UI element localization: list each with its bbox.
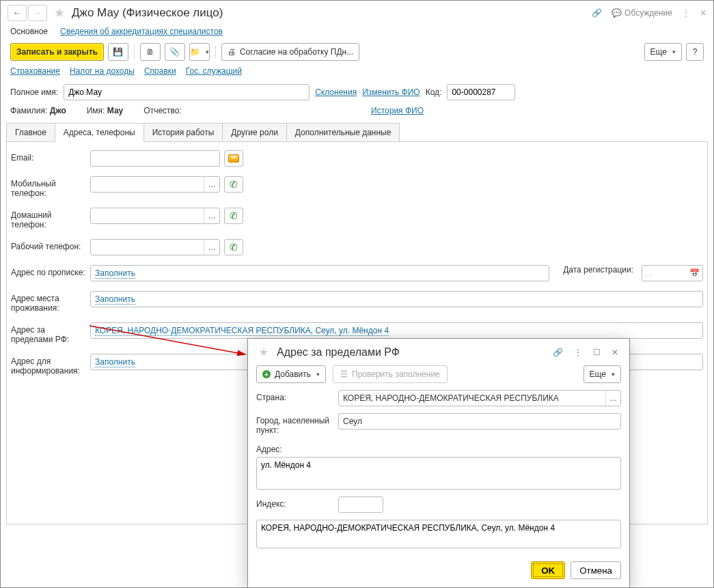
link-insurance[interactable]: Страхование	[10, 66, 60, 76]
patr-block: Отчество:	[143, 106, 182, 115]
declension-link[interactable]: Склонения	[315, 87, 357, 97]
code-input[interactable]	[447, 84, 515, 100]
country-input[interactable]: КОРЕЯ, НАРОДНО-ДЕМОКРАТИЧЕСКАЯ РЕСПУБЛИК…	[338, 390, 621, 406]
save-close-button[interactable]: Записать и закрыть	[10, 43, 104, 61]
mail-icon	[228, 154, 239, 163]
live-addr-input[interactable]: Заполнить	[90, 291, 703, 307]
separator	[215, 45, 216, 59]
home-phone-input[interactable]: ...	[90, 208, 220, 224]
nav-fwd-button[interactable]: →	[28, 5, 47, 21]
email-label: Email:	[11, 150, 86, 163]
change-fio-link[interactable]: Изменить ФИО	[362, 87, 420, 97]
more-button[interactable]: Еще▾	[644, 43, 682, 61]
name-block: Имя: Мау	[87, 106, 124, 115]
cancel-button[interactable]: Отмена	[571, 561, 621, 579]
dialog-star-icon[interactable]: ★	[259, 346, 269, 359]
foreign-address-dialog: ★ Адрес за пределами РФ 🔗 ⋮ ☐ ✕ + Добави…	[247, 338, 630, 588]
home-call-button[interactable]: ✆	[224, 208, 243, 224]
tab-main[interactable]: Главное	[6, 123, 55, 142]
mobile-label: Мобильный телефон:	[11, 176, 86, 198]
check-fill-button[interactable]: ☲ Проверить заполнение	[333, 365, 448, 383]
nav-back-button[interactable]: ←	[8, 5, 27, 21]
city-label: Город, населенный пункт:	[256, 413, 333, 435]
subnav-accreditations[interactable]: Сведения об аккредитациях специалистов	[60, 27, 223, 36]
fio-history-link[interactable]: История ФИО	[371, 106, 424, 115]
folder-button[interactable]: 📁▾	[189, 43, 210, 61]
page-title: Джо Мау (Физическое лицо)	[72, 6, 223, 20]
favorite-star-icon[interactable]: ★	[54, 5, 65, 20]
link-tax[interactable]: Налог на доходы	[70, 66, 135, 76]
tab-extra[interactable]: Дополнительные данные	[286, 123, 400, 142]
work-phone-input[interactable]: ...	[90, 239, 220, 255]
calendar-icon[interactable]: 📅	[689, 268, 700, 278]
dialog-more-button[interactable]: Еще▾	[583, 365, 621, 383]
phone-icon: ✆	[230, 179, 238, 190]
email-send-button[interactable]	[224, 150, 243, 167]
dialog-maximize-icon[interactable]: ☐	[590, 348, 603, 357]
plus-icon: +	[262, 370, 271, 378]
list-icon: ☲	[340, 369, 348, 379]
tab-addresses[interactable]: Адреса, телефоны	[55, 123, 144, 142]
link-certs[interactable]: Справки	[144, 66, 176, 76]
fill-link[interactable]: Заполнить	[95, 294, 135, 305]
live-addr-label: Адрес места проживания:	[11, 291, 86, 313]
link-gov[interactable]: Гос. служащий	[186, 66, 242, 76]
tab-roles[interactable]: Другие роли	[222, 123, 287, 142]
discussion-icon: 💬	[612, 8, 622, 18]
attach-button[interactable]: 📎	[165, 43, 185, 61]
doc-button[interactable]: 🗎	[140, 43, 161, 61]
consent-button[interactable]: 🖨 Согласие на обработку ПДн...	[221, 43, 359, 61]
email-input[interactable]	[90, 150, 220, 167]
index-input[interactable]	[338, 496, 383, 513]
ellipsis-icon[interactable]: ...	[204, 177, 219, 192]
summary-textarea[interactable]	[256, 520, 621, 548]
ellipsis-icon[interactable]: ...	[204, 208, 219, 223]
full-name-input[interactable]	[64, 84, 310, 100]
reg-addr-label: Адрес по прописке:	[11, 265, 86, 277]
ellipsis-icon[interactable]: ...	[605, 391, 620, 406]
help-button[interactable]: ?	[686, 43, 704, 61]
mobile-call-button[interactable]: ✆	[224, 176, 243, 193]
discussion-link[interactable]: 💬 Обсуждение	[612, 8, 672, 18]
kebab-icon[interactable]: ⋮	[682, 8, 690, 18]
work-phone-label: Рабочий телефон:	[11, 239, 86, 251]
save-button[interactable]: 💾	[108, 43, 128, 61]
reg-date-label: Дата регистрации:	[563, 265, 633, 275]
add-button[interactable]: + Добавить ▾	[256, 365, 326, 383]
code-label: Код:	[426, 87, 442, 97]
reg-addr-input[interactable]: Заполнить	[90, 265, 549, 281]
separator	[134, 45, 135, 59]
inform-addr-label: Адрес для информирования:	[11, 354, 86, 376]
foreign-addr-input[interactable]: КОРЕЯ, НАРОДНО-ДЕМОКРАТИЧЕСКАЯ РЕСПУБЛИК…	[90, 322, 703, 339]
close-icon[interactable]: ✕	[700, 8, 706, 18]
country-label: Страна:	[256, 390, 333, 402]
print-icon: 🖨	[228, 47, 236, 57]
work-call-button[interactable]: ✆	[224, 239, 243, 255]
mobile-input[interactable]: ...	[90, 176, 220, 193]
ellipsis-icon[interactable]: ...	[204, 240, 219, 255]
home-phone-label: Домашний телефон:	[11, 208, 86, 229]
fill-link[interactable]: Заполнить	[95, 357, 135, 367]
ok-button[interactable]: OK	[531, 561, 565, 579]
dialog-title: Адрес за пределами РФ	[277, 346, 545, 359]
surname-block: Фамилия: Джо	[10, 106, 66, 115]
reg-date-input[interactable]: . .📅	[642, 265, 703, 281]
addr-label: Адрес:	[256, 442, 282, 454]
tab-work-history[interactable]: История работы	[143, 123, 223, 142]
city-input[interactable]: Сеул	[338, 413, 621, 430]
dialog-kebab-icon[interactable]: ⋮	[571, 348, 585, 357]
index-label: Индекс:	[256, 496, 333, 509]
phone-icon: ✆	[230, 242, 238, 253]
subnav-main[interactable]: Основное	[10, 27, 48, 36]
fill-link[interactable]: Заполнить	[95, 268, 135, 279]
phone-icon: ✆	[230, 210, 238, 221]
foreign-addr-value[interactable]: КОРЕЯ, НАРОДНО-ДЕМОКРАТИЧЕСКАЯ РЕСПУБЛИК…	[95, 326, 389, 336]
dialog-link-icon[interactable]: 🔗	[550, 348, 566, 357]
full-name-label: Полное имя:	[10, 87, 58, 97]
foreign-addr-label: Адрес за пределами РФ:	[11, 322, 86, 344]
link-icon[interactable]: 🔗	[592, 8, 602, 18]
dialog-close-icon[interactable]: ✕	[609, 348, 621, 357]
addr-textarea[interactable]	[256, 457, 621, 490]
